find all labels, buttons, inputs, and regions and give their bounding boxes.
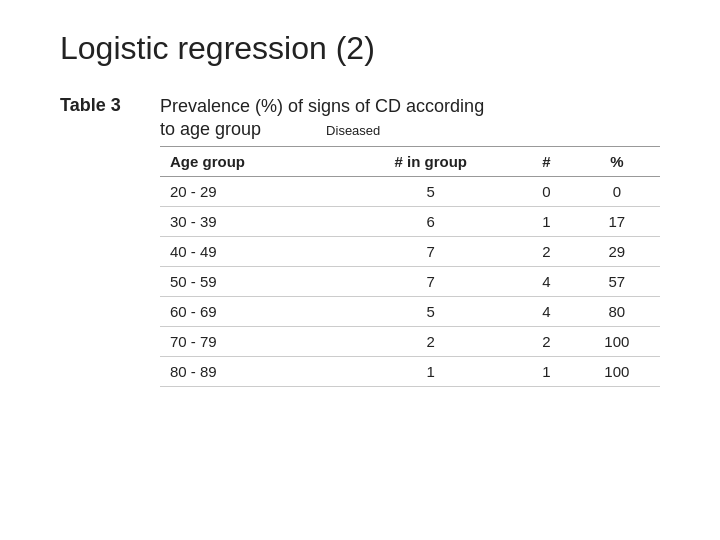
col-age-group: Age group [160,146,342,176]
table-cell: 80 - 89 [160,356,342,386]
table-label: Table 3 [60,95,140,116]
table-cell: 1 [519,356,573,386]
table-cell: 70 - 79 [160,326,342,356]
table-cell: 2 [519,326,573,356]
table-cell: 2 [519,236,573,266]
table-row: 60 - 695480 [160,296,660,326]
table-cell: 30 - 39 [160,206,342,236]
table-cell: 100 [574,326,660,356]
table-cell: 57 [574,266,660,296]
table-cell: 1 [519,206,573,236]
table-header-row: Age group # in group # % [160,146,660,176]
table-cell: 80 [574,296,660,326]
col-percent: % [574,146,660,176]
table-cell: 6 [342,206,519,236]
table-row: 50 - 597457 [160,266,660,296]
table-cell: 40 - 49 [160,236,342,266]
table-section: Table 3 Prevalence (%) of signs of CD ac… [60,95,660,387]
table-cell: 0 [519,176,573,206]
diseased-label: Diseased [266,123,380,138]
table-cell: 29 [574,236,660,266]
table-cell: 7 [342,266,519,296]
table-cell: 17 [574,206,660,236]
table-row: 40 - 497229 [160,236,660,266]
table-row: 30 - 396117 [160,206,660,236]
page: Logistic regression (2) Table 3 Prevalen… [0,0,720,540]
table-content: Prevalence (%) of signs of CD according … [160,95,660,387]
table-cell: 100 [574,356,660,386]
table-row: 80 - 8911100 [160,356,660,386]
table-cell: 7 [342,236,519,266]
table-cell: 5 [342,176,519,206]
data-table: Age group # in group # % 20 - 2950030 - … [160,146,660,387]
table-subtitle-line1: Prevalence (%) of signs of CD according … [160,95,660,142]
table-cell: 4 [519,266,573,296]
col-in-group: # in group [342,146,519,176]
table-cell: 5 [342,296,519,326]
table-body: 20 - 2950030 - 39611740 - 49722950 - 597… [160,176,660,386]
table-cell: 20 - 29 [160,176,342,206]
table-cell: 60 - 69 [160,296,342,326]
table-cell: 1 [342,356,519,386]
table-cell: 50 - 59 [160,266,342,296]
table-row: 20 - 29500 [160,176,660,206]
table-cell: 0 [574,176,660,206]
table-row: 70 - 7922100 [160,326,660,356]
table-cell: 2 [342,326,519,356]
table-cell: 4 [519,296,573,326]
col-hash: # [519,146,573,176]
main-title: Logistic regression (2) [60,30,660,67]
